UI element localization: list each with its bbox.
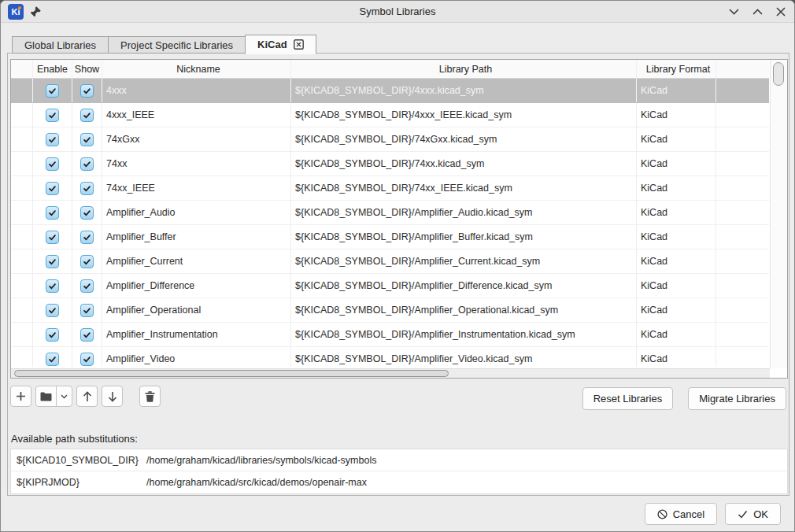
delete-library-button[interactable]	[139, 386, 161, 407]
library-path-cell[interactable]: ${KICAD8_SYMBOL_DIR}/4xxx.kicad_sym	[291, 79, 637, 102]
row-selector[interactable]	[11, 201, 33, 224]
nickname-cell[interactable]: Amplifier_Instrumentation	[102, 323, 291, 346]
enable-checkbox[interactable]	[46, 133, 59, 146]
row-selector[interactable]	[11, 152, 33, 175]
show-checkbox[interactable]	[80, 328, 94, 342]
table-row[interactable]: 74xx ${KICAD8_SYMBOL_DIR}/74xx.kicad_sym…	[11, 152, 769, 176]
nickname-cell[interactable]: Amplifier_Difference	[102, 274, 291, 297]
header-show[interactable]: Show	[72, 60, 102, 78]
table-row[interactable]: Amplifier_Audio ${KICAD8_SYMBOL_DIR}/Amp…	[11, 201, 769, 225]
add-library-button[interactable]	[10, 386, 31, 407]
row-selector[interactable]	[11, 127, 33, 151]
show-checkbox[interactable]	[80, 84, 94, 98]
row-selector[interactable]	[11, 249, 33, 273]
row-selector[interactable]	[11, 103, 33, 127]
nickname-cell[interactable]: Amplifier_Current	[102, 249, 291, 273]
library-path-cell[interactable]: ${KICAD8_SYMBOL_DIR}/Amplifier_Video.kic…	[291, 347, 637, 367]
library-path-cell[interactable]: ${KICAD8_SYMBOL_DIR}/Amplifier_Instrumen…	[291, 323, 637, 346]
library-path-cell[interactable]: ${KICAD8_SYMBOL_DIR}/Amplifier_Differenc…	[291, 274, 637, 297]
nickname-cell[interactable]: 74xx_IEEE	[102, 176, 291, 200]
enable-checkbox[interactable]	[46, 84, 59, 98]
table-row[interactable]: 4xxx_IEEE ${KICAD8_SYMBOL_DIR}/4xxx_IEEE…	[11, 103, 769, 127]
cancel-button[interactable]: Cancel	[645, 503, 717, 525]
show-checkbox[interactable]	[80, 133, 94, 146]
library-path-cell[interactable]: ${KICAD8_SYMBOL_DIR}/74xGxx.kicad_sym	[291, 127, 637, 151]
table-row[interactable]: Amplifier_Instrumentation ${KICAD8_SYMBO…	[11, 323, 769, 347]
table-row[interactable]: 74xx_IEEE ${KICAD8_SYMBOL_DIR}/74xx_IEEE…	[11, 176, 769, 201]
show-checkbox[interactable]	[80, 109, 94, 122]
show-checkbox[interactable]	[80, 304, 94, 317]
library-format-cell[interactable]: KiCad	[637, 152, 716, 175]
enable-checkbox[interactable]	[46, 353, 59, 366]
library-path-cell[interactable]: ${KICAD8_SYMBOL_DIR}/4xxx_IEEE.kicad_sym	[291, 103, 637, 127]
library-path-cell[interactable]: ${KICAD8_SYMBOL_DIR}/74xx_IEEE.kicad_sym	[291, 176, 637, 200]
titlebar[interactable]: Ki Symbol Libraries	[1, 1, 794, 23]
header-library-format[interactable]: Library Format	[637, 60, 716, 78]
minimize-icon[interactable]	[728, 6, 739, 17]
nickname-cell[interactable]: 74xGxx	[102, 127, 291, 151]
row-selector[interactable]	[11, 79, 33, 102]
nickname-cell[interactable]: 4xxx_IEEE	[102, 103, 291, 127]
table-row[interactable]: Amplifier_Buffer ${KICAD8_SYMBOL_DIR}/Am…	[11, 225, 769, 249]
header-nickname[interactable]: Nickname	[102, 60, 291, 78]
nickname-cell[interactable]: Amplifier_Audio	[102, 201, 291, 224]
library-format-cell[interactable]: KiCad	[637, 201, 716, 224]
library-path-cell[interactable]: ${KICAD8_SYMBOL_DIR}/Amplifier_Buffer.ki…	[291, 225, 637, 249]
row-selector[interactable]	[11, 225, 33, 249]
ok-button[interactable]: OK	[725, 503, 781, 525]
enable-checkbox[interactable]	[46, 157, 59, 171]
nickname-cell[interactable]: 4xxx	[102, 79, 291, 102]
nickname-cell[interactable]: Amplifier_Buffer	[102, 225, 291, 249]
migrate-libraries-button[interactable]: Migrate Libraries	[688, 387, 786, 410]
enable-checkbox[interactable]	[46, 279, 59, 293]
browse-library-dropdown-icon[interactable]	[56, 386, 72, 407]
vertical-scrollbar-thumb[interactable]	[773, 62, 784, 86]
nickname-cell[interactable]: Amplifier_Video	[102, 347, 291, 367]
library-format-cell[interactable]: KiCad	[637, 347, 716, 367]
enable-checkbox[interactable]	[46, 328, 59, 342]
table-row[interactable]: Amplifier_Video ${KICAD8_SYMBOL_DIR}/Amp…	[11, 347, 769, 367]
row-selector[interactable]	[11, 274, 33, 297]
library-format-cell[interactable]: KiCad	[637, 249, 716, 273]
browse-library-button[interactable]	[35, 386, 57, 407]
nickname-cell[interactable]: 74xx	[102, 152, 291, 175]
enable-checkbox[interactable]	[46, 109, 59, 122]
library-format-cell[interactable]: KiCad	[637, 225, 716, 249]
library-format-cell[interactable]: KiCad	[637, 103, 716, 127]
show-checkbox[interactable]	[80, 279, 94, 293]
row-selector[interactable]	[11, 176, 33, 200]
library-path-cell[interactable]: ${KICAD8_SYMBOL_DIR}/Amplifier_Operation…	[291, 298, 637, 322]
show-checkbox[interactable]	[80, 182, 94, 195]
nickname-cell[interactable]: Amplifier_Operational	[102, 298, 291, 322]
tab-close-icon[interactable]	[294, 39, 304, 50]
library-path-cell[interactable]: ${KICAD8_SYMBOL_DIR}/Amplifier_Audio.kic…	[291, 201, 637, 224]
row-selector[interactable]	[11, 347, 33, 367]
header-enable[interactable]: Enable	[33, 60, 72, 78]
library-format-cell[interactable]: KiCad	[637, 298, 716, 322]
move-down-button[interactable]	[102, 386, 123, 407]
library-format-cell[interactable]: KiCad	[637, 274, 716, 297]
header-row-selector[interactable]	[11, 60, 33, 78]
library-format-cell[interactable]: KiCad	[637, 127, 716, 151]
tab-project-specific-libraries[interactable]: Project Specific Libraries	[108, 36, 246, 54]
row-selector[interactable]	[11, 298, 33, 322]
enable-checkbox[interactable]	[46, 255, 59, 268]
library-format-cell[interactable]: KiCad	[637, 323, 716, 346]
table-row[interactable]: Amplifier_Operational ${KICAD8_SYMBOL_DI…	[11, 298, 769, 323]
header-library-path[interactable]: Library Path	[291, 60, 637, 78]
reset-libraries-button[interactable]: Reset Libraries	[582, 387, 673, 410]
show-checkbox[interactable]	[80, 353, 94, 366]
library-path-cell[interactable]: ${KICAD8_SYMBOL_DIR}/74xx.kicad_sym	[291, 152, 637, 175]
row-selector[interactable]	[11, 323, 33, 346]
library-format-cell[interactable]: KiCad	[637, 176, 716, 200]
enable-checkbox[interactable]	[46, 304, 59, 317]
table-row[interactable]: 4xxx ${KICAD8_SYMBOL_DIR}/4xxx.kicad_sym…	[11, 79, 769, 103]
maximize-icon[interactable]	[752, 6, 763, 17]
show-checkbox[interactable]	[80, 231, 94, 244]
library-format-cell[interactable]: KiCad	[637, 79, 716, 102]
tab-kicad[interactable]: KiCad	[245, 35, 316, 54]
close-icon[interactable]	[775, 6, 786, 17]
move-up-button[interactable]	[76, 386, 98, 407]
horizontal-scrollbar[interactable]	[11, 368, 770, 378]
tab-global-libraries[interactable]: Global Libraries	[12, 36, 109, 54]
